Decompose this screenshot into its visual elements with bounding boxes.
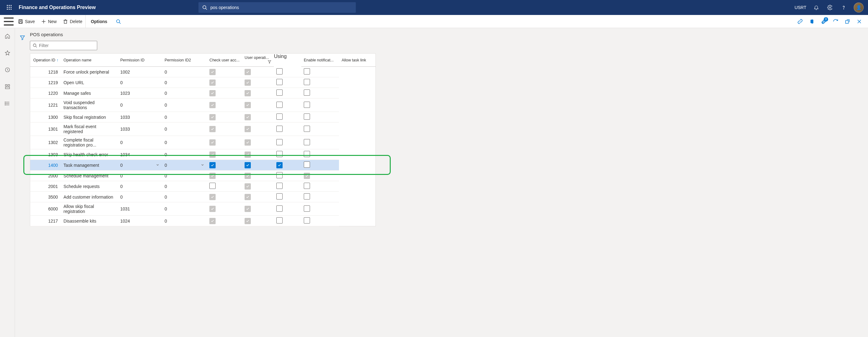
checkbox-check-user[interactable] <box>209 183 216 189</box>
cell-enable-notif <box>274 202 301 216</box>
chevron-down-icon[interactable] <box>156 163 159 168</box>
checkbox-check-user[interactable] <box>209 162 216 168</box>
cell-permission-id2: 0 <box>162 181 207 192</box>
table-row[interactable]: 1300Skip fiscal registration10330 <box>30 112 376 123</box>
checkbox-enable-notif[interactable] <box>276 172 283 178</box>
nav-toggle-icon[interactable] <box>2 15 15 28</box>
checkbox-allow-task[interactable] <box>304 183 310 189</box>
page-title: POS operations <box>30 32 97 37</box>
checkbox-user-op[interactable] <box>245 162 251 168</box>
options-button[interactable]: Options <box>85 15 112 28</box>
checkbox-enable-notif[interactable] <box>276 79 283 85</box>
checkbox-enable-notif[interactable] <box>276 206 283 212</box>
checkbox-enable-notif[interactable] <box>276 193 283 200</box>
checkbox-enable-notif[interactable] <box>276 217 283 223</box>
checkbox-enable-notif[interactable] <box>276 139 283 145</box>
checkbox-allow-task[interactable] <box>304 126 310 132</box>
table-row[interactable]: 1221Void suspended transactions00 <box>30 98 376 112</box>
cell-user-op <box>242 112 274 123</box>
cell-permission-id[interactable]: 0 <box>118 160 162 171</box>
cell-user-op <box>242 98 274 112</box>
checkbox-allow-task[interactable] <box>304 151 310 157</box>
close-icon[interactable] <box>854 17 864 27</box>
action-bar: Save New Delete Options 0 <box>0 15 868 28</box>
svg-rect-4 <box>9 7 10 8</box>
col-header-enable-notif[interactable]: Enable notificat... <box>301 54 339 67</box>
recent-icon[interactable] <box>1 64 14 76</box>
checkbox-enable-notif[interactable] <box>276 89 283 96</box>
popout-icon[interactable] <box>842 17 852 27</box>
checkbox-allow-task[interactable] <box>304 161 310 168</box>
attachments-icon[interactable]: 0 <box>819 17 829 27</box>
action-search-icon[interactable] <box>112 15 126 28</box>
col-header-user-op[interactable]: User operati... <box>242 54 274 67</box>
checkbox-enable-notif[interactable] <box>276 162 283 168</box>
table-row[interactable]: 1400Task management00 <box>30 160 376 171</box>
cell-operation-name: Skip health check error <box>61 149 118 160</box>
checkbox-enable-notif[interactable] <box>276 114 283 120</box>
user-avatar[interactable]: 👤 <box>854 2 864 12</box>
table-row[interactable]: 1218Force unlock peripheral10020 <box>30 67 376 77</box>
app-launcher-icon[interactable] <box>2 0 17 15</box>
col-header-check-user[interactable]: Check user acc... <box>207 54 242 67</box>
table-row[interactable]: 3500Add customer information00 <box>30 192 376 202</box>
col-header-id[interactable]: Operation ID↑ <box>30 54 61 67</box>
col-header-name[interactable]: Operation name <box>61 54 118 67</box>
checkbox-allow-task[interactable] <box>304 89 310 96</box>
cell-permission-id2[interactable]: 0 <box>162 160 207 171</box>
checkbox-enable-notif[interactable] <box>276 102 283 108</box>
workspaces-icon[interactable] <box>1 81 14 93</box>
table-row[interactable]: 1220Manage safes10230 <box>30 88 376 98</box>
filter-pane-icon[interactable] <box>20 35 25 42</box>
new-button[interactable]: New <box>38 15 60 28</box>
table-row[interactable]: 6000Allow skip fiscal registration10310 <box>30 202 376 216</box>
modules-icon[interactable] <box>1 97 14 110</box>
office-icon[interactable] <box>807 17 817 27</box>
table-row[interactable]: 1301Mark fiscal event registered10330 <box>30 123 376 136</box>
cell-allow-task <box>301 171 339 181</box>
checkbox-allow-task[interactable] <box>304 102 310 108</box>
search-input[interactable] <box>210 5 352 10</box>
col-header-permission-id[interactable]: Permission ID <box>118 54 162 67</box>
checkbox-allow-task[interactable] <box>304 68 310 74</box>
notifications-icon[interactable] <box>810 0 823 15</box>
checkbox-enable-notif[interactable] <box>276 126 283 132</box>
checkbox-allow-task[interactable] <box>304 79 310 85</box>
checkbox-allow-task[interactable] <box>304 139 310 145</box>
cell-check-user <box>207 149 242 160</box>
table-row[interactable]: 2001Schedule requests00 <box>30 181 376 192</box>
table-row[interactable]: 1302Complete fiscal registration pro...0… <box>30 136 376 149</box>
checkbox-allow-task[interactable] <box>304 193 310 200</box>
save-button[interactable]: Save <box>15 15 38 28</box>
settings-icon[interactable] <box>824 0 836 15</box>
table-row[interactable]: 1303Skip health check error10340 <box>30 149 376 160</box>
filter-input[interactable] <box>39 43 94 48</box>
home-icon[interactable] <box>1 30 14 42</box>
table-row[interactable]: 1219Open URL00 <box>30 77 376 88</box>
cell-permission-id: 0 <box>118 171 162 181</box>
refresh-icon[interactable] <box>831 17 841 27</box>
search-box[interactable] <box>198 2 356 13</box>
chevron-down-icon[interactable] <box>200 163 205 168</box>
checkbox-allow-task[interactable] <box>304 217 310 223</box>
col-header-allow-task[interactable]: Allow task link <box>339 54 375 67</box>
checkbox-enable-notif[interactable] <box>276 151 283 157</box>
checkbox-enable-notif[interactable] <box>276 183 283 189</box>
svg-rect-18 <box>19 22 22 23</box>
filter-box[interactable] <box>30 41 97 50</box>
table-row[interactable]: 1217Disassemble kits10240 <box>30 216 376 226</box>
checkbox-allow-task[interactable] <box>304 114 310 120</box>
svg-point-38 <box>5 105 5 105</box>
help-icon[interactable] <box>837 0 850 15</box>
checkbox-user-op <box>245 69 251 75</box>
favorites-icon[interactable] <box>1 47 14 59</box>
checkbox-allow-task[interactable] <box>304 206 310 212</box>
checkbox-enable-notif[interactable] <box>276 68 283 74</box>
col-header-permission-id2[interactable]: Permission ID2 <box>162 54 207 67</box>
cell-allow-task <box>301 202 339 216</box>
delete-button[interactable]: Delete <box>60 15 85 28</box>
linked-icon[interactable] <box>795 17 805 27</box>
company-label[interactable]: USRT <box>795 5 806 10</box>
cell-user-op <box>242 149 274 160</box>
table-row[interactable]: 2000Schedule management00 <box>30 171 376 181</box>
